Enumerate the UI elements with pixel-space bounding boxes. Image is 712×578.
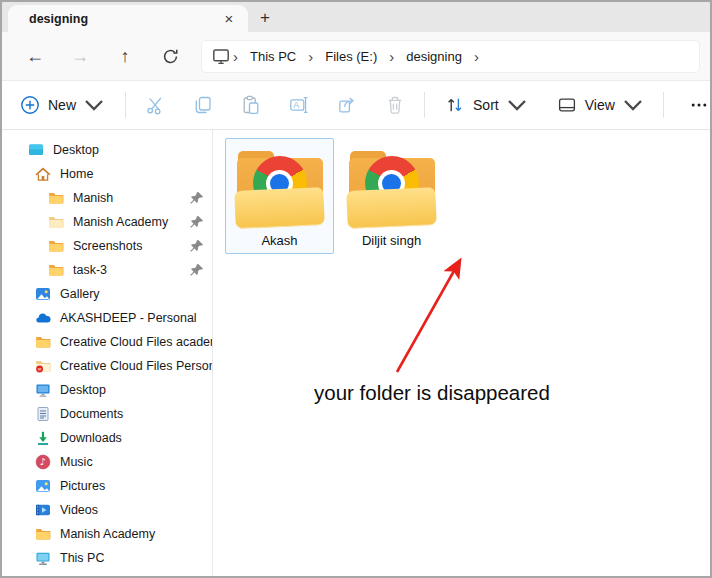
sidebar-item-label: Pictures: [60, 479, 105, 493]
forward-button[interactable]: →: [65, 46, 95, 67]
breadcrumb[interactable]: ›This PC›Files (E:)›designing›: [201, 40, 700, 73]
chevron-right-icon: ›: [471, 48, 482, 65]
sidebar-item-documents[interactable]: Documents: [2, 402, 212, 426]
chrome-folder-icon: [234, 150, 326, 228]
pin-icon: [189, 214, 205, 230]
sidebar-item-creative-cloud-files-academ[interactable]: Creative Cloud Files academ: [2, 330, 212, 354]
sidebar-item-this-pc[interactable]: This PC: [2, 546, 212, 570]
chevron-down-icon: [507, 95, 527, 115]
refresh-button[interactable]: [155, 46, 185, 67]
onedrive-icon: [35, 310, 51, 326]
delete-icon: [385, 95, 405, 115]
folder-akash[interactable]: Akash: [225, 138, 334, 254]
sidebar-item-label: Desktop: [53, 143, 99, 157]
rename-button[interactable]: A: [275, 95, 323, 115]
folder-light-icon: [48, 214, 64, 230]
sidebar-item-gallery[interactable]: Gallery: [2, 282, 212, 306]
folder-front-shape: [234, 187, 325, 229]
folder-name: Diljit singh: [362, 233, 421, 248]
sort-button-label: Sort: [473, 97, 499, 113]
sidebar-item-label: Manish Academy: [60, 527, 155, 541]
folder-icon: [48, 262, 64, 278]
navigation-bar: ← → ↑ ›This PC›Files (E:)›designing›: [2, 32, 710, 81]
svg-text:♪: ♪: [40, 456, 46, 467]
sidebar-item-label: Music: [60, 455, 93, 469]
sidebar-item-music[interactable]: ♪Music: [2, 450, 212, 474]
delete-button[interactable]: [371, 95, 419, 115]
sidebar-item-label: Creative Cloud Files Personal: [60, 359, 213, 373]
svg-text:A: A: [293, 100, 299, 110]
back-button[interactable]: ←: [20, 46, 50, 67]
share-icon: [337, 95, 357, 115]
sidebar-item-home[interactable]: Home: [2, 162, 212, 186]
sort-button[interactable]: Sort: [430, 95, 542, 115]
see-more-button[interactable]: [669, 95, 712, 115]
sidebar-item-task-3[interactable]: task-3: [2, 258, 212, 282]
copy-icon: [193, 95, 213, 115]
sidebar-item-manish-academy[interactable]: Manish Academy: [2, 210, 212, 234]
folder-cc-icon: ∞: [35, 358, 51, 374]
folder-view[interactable]: Diljit singhAkash your folder is disappe…: [213, 130, 710, 576]
sidebar-item-pictures[interactable]: Pictures: [2, 474, 212, 498]
svg-text:∞: ∞: [37, 366, 42, 372]
sidebar-item-desktop[interactable]: Desktop: [2, 138, 212, 162]
sidebar-item-screenshots[interactable]: Screenshots: [2, 234, 212, 258]
toolbar-divider: [663, 92, 664, 118]
chevron-right-icon: ›: [305, 48, 316, 65]
folder-diljit-singh[interactable]: Diljit singh: [337, 138, 446, 254]
navigation-pane: DesktopHomeManishManish AcademyScreensho…: [2, 130, 213, 576]
file-explorer-window: designing × + ← → ↑ ›This PC›Files (E:)›…: [0, 0, 712, 578]
tab-designing[interactable]: designing ×: [8, 5, 248, 32]
up-button[interactable]: ↑: [110, 46, 140, 67]
content-area: DesktopHomeManishManish AcademyScreensho…: [2, 130, 710, 576]
pin-icon: [189, 262, 205, 278]
sidebar-item-akashdeep-personal[interactable]: AKASHDEEP - Personal: [2, 306, 212, 330]
toolbar-divider: [125, 92, 126, 118]
desktop-teal-icon: [28, 142, 44, 158]
sidebar-item-desktop[interactable]: Desktop: [2, 378, 212, 402]
plus-circle-icon: [20, 95, 40, 115]
new-tab-button[interactable]: +: [248, 8, 282, 32]
sidebar-item-creative-cloud-files-personal[interactable]: ∞Creative Cloud Files Personal: [2, 354, 212, 378]
chevron-down-icon: [623, 95, 643, 115]
folder-front-shape: [346, 187, 437, 229]
breadcrumb-item-files-e[interactable]: Files (E:): [316, 49, 386, 64]
sidebar-item-label: Videos: [60, 503, 98, 517]
share-button[interactable]: [323, 95, 371, 115]
sidebar-item-label: Desktop: [60, 383, 106, 397]
new-button[interactable]: New: [20, 95, 120, 115]
view-icon: [557, 95, 577, 115]
sidebar-item-label: This PC: [60, 551, 104, 565]
copy-button[interactable]: [179, 95, 227, 115]
new-button-label: New: [48, 97, 76, 113]
close-tab-button[interactable]: ×: [218, 8, 240, 30]
sidebar-item-manish-academy[interactable]: Manish Academy: [2, 522, 212, 546]
chrome-folder-icon: [346, 150, 438, 228]
tab-bar: designing × +: [2, 2, 710, 32]
breadcrumb-item-this-pc[interactable]: This PC: [241, 49, 305, 64]
home-icon: [35, 166, 51, 182]
view-button[interactable]: View: [542, 95, 658, 115]
sidebar-item-label: AKASHDEEP - Personal: [60, 311, 197, 325]
annotation-text: your folder is disappeared: [314, 381, 550, 405]
refresh-icon: [162, 46, 179, 66]
sidebar-item-manish[interactable]: Manish: [2, 186, 212, 210]
tab-label: designing: [29, 12, 209, 26]
sidebar-item-label: Creative Cloud Files academ: [60, 335, 213, 349]
documents-icon: [35, 406, 51, 422]
sidebar-item-label: Manish: [73, 191, 113, 205]
downloads-icon: [35, 430, 51, 446]
paste-icon: [241, 95, 261, 115]
sidebar-item-downloads[interactable]: Downloads: [2, 426, 212, 450]
sidebar-item-label: Screenshots: [73, 239, 142, 253]
folder-icon: [48, 190, 64, 206]
monitor-icon: [212, 47, 230, 65]
cut-button[interactable]: [131, 95, 179, 115]
breadcrumb-item-designing[interactable]: designing: [397, 49, 471, 64]
folder-icon: [35, 334, 51, 350]
paste-button[interactable]: [227, 95, 275, 115]
sidebar-item-videos[interactable]: Videos: [2, 498, 212, 522]
pin-icon: [189, 190, 205, 206]
cut-icon: [145, 95, 165, 115]
videos-icon: [35, 502, 51, 518]
